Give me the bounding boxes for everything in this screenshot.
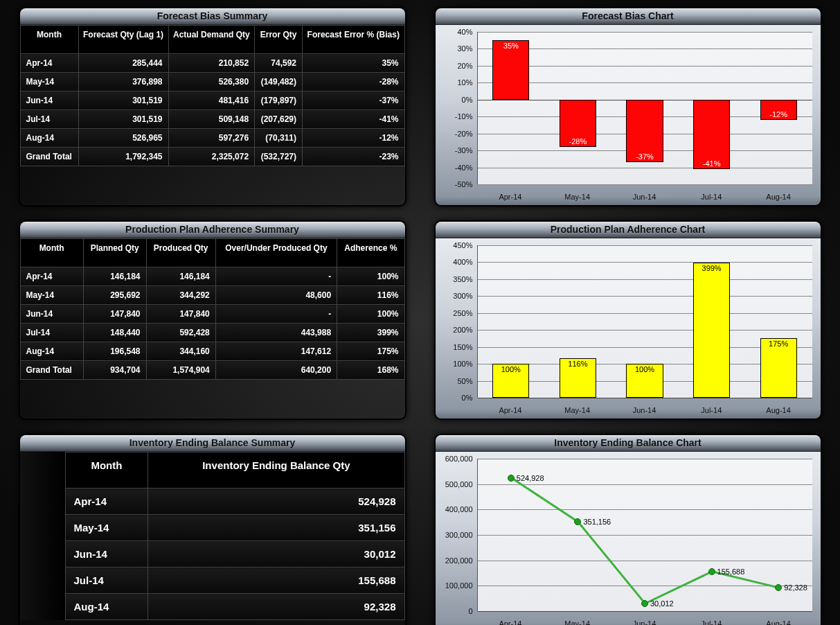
table-row: Jul-14155,688	[65, 567, 404, 594]
table-cell: 116%	[337, 286, 404, 305]
chart-bar-label: 100%	[492, 365, 529, 373]
panel-title: Inventory Ending Balance Chart	[436, 435, 821, 452]
chart-point	[641, 600, 648, 607]
chart-bar-label: 100%	[626, 365, 663, 373]
panel-title: Production Plan Adherence Chart	[436, 222, 821, 238]
table-cell: May-14	[65, 515, 148, 541]
table-row: Jul-14148,440592,428443,988399%	[20, 324, 404, 342]
table-cell: -28%	[303, 73, 404, 91]
table-cell: Grand Total	[20, 148, 78, 166]
chart-bar	[693, 100, 730, 169]
chart-bar-label: -41%	[693, 159, 730, 168]
table-cell: 481,416	[168, 91, 255, 110]
table-cell: 74,592	[255, 54, 303, 73]
forecast-bias-table: MonthForecast Qty (Lag 1)Actual Demand Q…	[20, 25, 405, 166]
table-cell: 524,928	[148, 488, 404, 515]
y-axis-tick: 100,000	[436, 581, 473, 590]
table-cell: 1,792,345	[78, 148, 168, 166]
table-header: Forecast Error % (Bias)	[303, 26, 404, 54]
table-cell: Jun-14	[65, 541, 148, 567]
x-axis-label: Jul-14	[678, 406, 745, 414]
table-row: May-14376,898526,380(149,482)-28%	[20, 73, 404, 91]
y-axis-tick: 500,000	[436, 480, 473, 488]
table-header: Adherence %	[337, 239, 404, 267]
y-axis-tick: 400,000	[436, 505, 473, 513]
table-cell: May-14	[20, 286, 83, 305]
table-cell: 30,012	[148, 541, 404, 567]
production-adherence-chart-panel: Production Plan Adherence Chart 100%116%…	[434, 220, 822, 420]
table-cell: 526,965	[78, 129, 168, 148]
table-row: Aug-14196,548344,160147,612175%	[20, 342, 404, 361]
table-cell: Apr-14	[20, 54, 78, 73]
table-header: Month	[20, 26, 78, 54]
x-axis-label: Aug-14	[745, 619, 812, 625]
chart-point	[708, 568, 715, 575]
inventory-side-filler	[20, 452, 65, 620]
table-cell: 168%	[337, 361, 404, 380]
table-cell: Apr-14	[20, 267, 83, 286]
table-cell: (179,897)	[255, 91, 303, 110]
y-axis-tick: 30%	[436, 44, 473, 53]
table-cell: 155,688	[148, 567, 404, 594]
chart-bar-label: 116%	[560, 360, 596, 368]
production-adherence-chart: 100%116%100%399%175% Apr-14May-14Jun-14J…	[436, 238, 821, 419]
x-axis-label: May-14	[544, 193, 611, 201]
x-axis-label: Jun-14	[611, 406, 678, 414]
table-total-row: Grand Total934,7041,574,904640,200168%	[20, 361, 404, 380]
inventory-balance-summary-panel: Inventory Ending Balance Summary MonthIn…	[19, 434, 406, 625]
dashboard: Forecast Bias Summary MonthForecast Qty …	[7, 7, 833, 625]
y-axis-tick: 350%	[436, 275, 473, 283]
table-cell: Grand Total	[20, 361, 83, 380]
table-cell: (70,311)	[255, 129, 303, 148]
x-axis-label: May-14	[544, 406, 611, 414]
table-cell: 301,519	[78, 110, 168, 129]
table-cell: -	[215, 305, 337, 324]
chart-point-label: 351,156	[583, 518, 611, 526]
table-cell: 376,898	[78, 73, 168, 91]
chart-point-label: 524,928	[517, 474, 544, 482]
table-header: Actual Demand Qty	[168, 26, 255, 54]
forecast-bias-chart: 35%-28%-37%-41%-12% Apr-14May-14Jun-14Ju…	[436, 25, 821, 205]
chart-bar-label: 175%	[760, 340, 797, 348]
table-cell: Jul-14	[65, 567, 148, 594]
y-axis-tick: -20%	[436, 130, 473, 138]
table-cell: 196,548	[83, 342, 146, 361]
chart-bar-label: -12%	[760, 110, 797, 118]
table-row: Aug-14526,965597,276(70,311)-12%	[20, 129, 404, 148]
x-axis-label: Jun-14	[611, 193, 678, 201]
y-axis-tick: 0%	[436, 394, 473, 402]
table-cell: 443,988	[215, 324, 337, 342]
table-header: Error Qty	[255, 26, 303, 54]
x-axis-label: Jun-14	[611, 619, 678, 625]
x-axis-label: Apr-14	[477, 619, 544, 625]
table-cell: 175%	[337, 342, 404, 361]
y-axis-tick: 450%	[436, 241, 473, 249]
production-adherence-table: MonthPlanned QtyProduced QtyOver/Under P…	[20, 238, 405, 380]
y-axis-tick: -50%	[436, 180, 473, 188]
y-axis-tick: 250%	[436, 309, 473, 317]
y-axis-tick: 400%	[436, 258, 473, 266]
table-cell: 147,612	[215, 342, 337, 361]
table-header: Produced Qty	[146, 239, 215, 267]
inventory-balance-chart: 524,928351,15630,012155,68892,328 Apr-14…	[436, 452, 821, 625]
table-cell: 640,200	[215, 361, 337, 380]
y-axis-tick: 20%	[436, 62, 473, 70]
x-axis-label: Apr-14	[477, 406, 544, 414]
table-cell: 92,328	[148, 594, 404, 620]
table-header: Inventory Ending Balance Qty	[148, 452, 404, 488]
table-cell: 285,444	[78, 54, 168, 73]
table-row: Jul-14301,519509,148(207,629)-41%	[20, 110, 404, 129]
table-cell: -	[215, 267, 337, 286]
y-axis-tick: 40%	[436, 28, 473, 36]
y-axis-tick: 50%	[436, 377, 473, 385]
table-cell: -23%	[303, 148, 404, 166]
table-cell: (207,629)	[255, 110, 303, 129]
chart-point-label: 92,328	[784, 583, 807, 592]
table-cell: 35%	[303, 54, 404, 73]
table-cell: (149,482)	[255, 73, 303, 91]
table-row: Aug-1492,328	[65, 594, 404, 620]
table-cell: 399%	[337, 324, 404, 342]
table-row: Apr-14524,928	[65, 488, 404, 515]
table-cell: 526,380	[168, 73, 255, 91]
table-cell: Aug-14	[20, 342, 83, 361]
